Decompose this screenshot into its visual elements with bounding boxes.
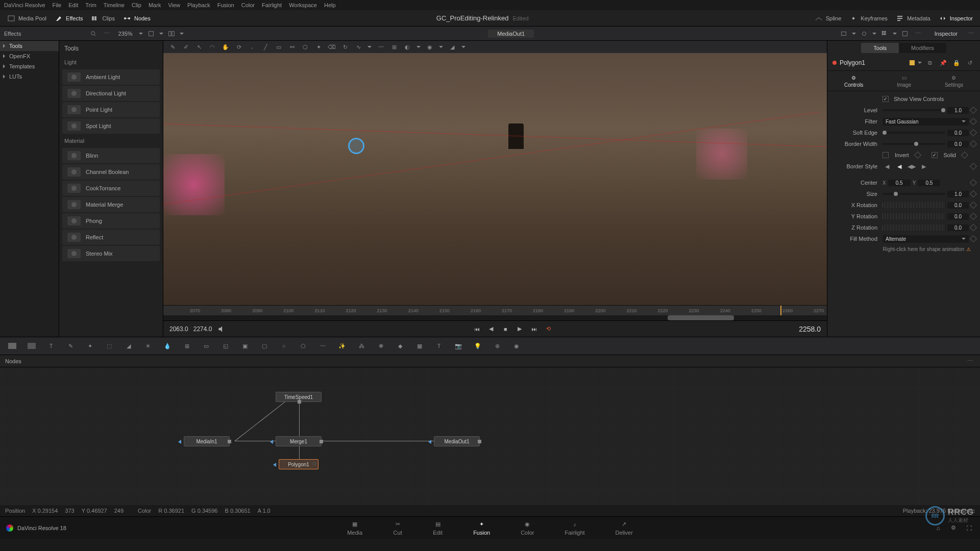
size-slider[interactable] xyxy=(883,193,945,195)
yrot-value[interactable]: 0.0 xyxy=(947,213,969,220)
mask-ellipse-icon[interactable]: ○ xyxy=(279,341,289,351)
fit-caret-icon[interactable] xyxy=(159,33,163,35)
page-cut[interactable]: ✂Cut xyxy=(393,520,402,536)
snap-icon[interactable]: ⊞ xyxy=(390,43,398,51)
tracker-icon[interactable]: ✦ xyxy=(85,341,95,351)
resize-icon[interactable]: ◱ xyxy=(220,341,231,351)
tool-item[interactable]: Ambient Light xyxy=(62,69,160,85)
menu-item[interactable]: Help xyxy=(324,2,336,8)
brush-icon[interactable]: ✎ xyxy=(168,43,177,51)
arrow-icon[interactable]: ↖ xyxy=(195,43,203,51)
blur-icon[interactable]: 💧 xyxy=(162,341,173,351)
subtab-image[interactable]: ▭Image xyxy=(897,74,911,88)
stop-icon[interactable]: ■ xyxy=(501,324,510,334)
menu-item[interactable]: Clip xyxy=(132,2,141,8)
out-port-icon[interactable] xyxy=(478,440,481,443)
tree-luts[interactable]: LUTs xyxy=(0,71,59,82)
shape-anim-hint[interactable]: Right-click here for shape animation⚠ xyxy=(831,244,976,254)
tree-openfx[interactable]: OpenFX xyxy=(0,51,59,61)
filter-select[interactable]: Fast Gaussian xyxy=(883,118,969,126)
spline-toggle[interactable]: Spline xyxy=(812,12,845,24)
prender-icon[interactable]: ❋ xyxy=(376,341,386,351)
layout-caret-icon[interactable] xyxy=(180,33,184,35)
keyframes-toggle[interactable]: Keyframes xyxy=(846,12,891,24)
node-polygon[interactable]: Polygon1 xyxy=(279,459,318,469)
metadata-toggle[interactable]: Metadata xyxy=(893,12,934,24)
shape3d-icon[interactable]: ◆ xyxy=(395,341,405,351)
tool-item[interactable]: Point Light xyxy=(62,102,160,117)
solid-checkbox[interactable] xyxy=(932,152,938,158)
in-port-icon[interactable] xyxy=(270,440,273,444)
borderstyle-3-icon[interactable]: ◀▶ xyxy=(907,162,916,170)
borderstyle-4-icon[interactable]: ▶ xyxy=(919,162,928,170)
chain-icon[interactable]: ⚯ xyxy=(288,43,296,51)
tool-item[interactable]: Phong xyxy=(62,213,160,229)
page-fusion[interactable]: ✦Fusion xyxy=(473,520,490,536)
menu-item[interactable]: View xyxy=(168,2,180,8)
keyframe-icon[interactable] xyxy=(970,224,977,231)
out-port-icon[interactable] xyxy=(228,440,231,443)
scroll-thumb[interactable] xyxy=(668,315,734,320)
tab-tools[interactable]: Tools xyxy=(861,43,899,53)
size-value[interactable]: 1.0 xyxy=(947,191,969,197)
layout-icon[interactable] xyxy=(166,29,177,38)
keyframe-icon[interactable] xyxy=(970,235,977,242)
timeline-scrollbar[interactable] xyxy=(163,315,827,320)
media-pool-toggle[interactable]: Media Pool xyxy=(4,12,50,24)
view-caret-icon[interactable] xyxy=(852,33,856,35)
background-icon[interactable] xyxy=(7,341,17,351)
menu-item[interactable]: DaVinci Resolve xyxy=(4,2,45,8)
first-frame-icon[interactable]: ⏮ xyxy=(472,324,481,334)
last-frame-icon[interactable]: ⏭ xyxy=(529,324,538,334)
rect-icon[interactable]: ▭ xyxy=(275,43,283,51)
out-port-icon[interactable] xyxy=(320,440,323,443)
keyframe-icon[interactable] xyxy=(970,202,977,209)
inspector-toggle[interactable]: Inspector xyxy=(936,12,976,24)
subtab-controls[interactable]: ⚙Controls xyxy=(844,74,863,88)
node-caret-icon[interactable] xyxy=(918,62,922,64)
curve-icon[interactable]: ⦧ xyxy=(248,43,256,51)
light3d-icon[interactable]: 💡 xyxy=(473,341,483,351)
refresh-icon[interactable]: ⟳ xyxy=(235,43,243,51)
tree-tools[interactable]: Tools xyxy=(0,41,59,51)
nodes-options-icon[interactable]: ⋯ xyxy=(965,357,975,366)
merge-icon[interactable]: ⊞ xyxy=(182,341,192,351)
center-y-value[interactable]: 0.5 xyxy=(918,180,940,186)
mask-rect-icon[interactable]: ▢ xyxy=(259,341,270,351)
menu-item[interactable]: Playback xyxy=(187,2,210,8)
node-timespeed[interactable]: TimeSpeed1 xyxy=(276,392,322,402)
brightness-icon[interactable]: ☀ xyxy=(143,341,153,351)
tool-item[interactable]: Reflect xyxy=(62,230,160,245)
tool-item[interactable]: CookTorrance xyxy=(62,181,160,196)
bezier-icon[interactable]: ∿ xyxy=(354,43,362,51)
page-media[interactable]: ▦Media xyxy=(347,520,362,536)
viewer-canvas[interactable] xyxy=(163,53,827,305)
delete-icon[interactable]: ⌫ xyxy=(328,43,336,51)
softedge-value[interactable]: 0.0 xyxy=(947,130,969,136)
level-value[interactable]: 1.0 xyxy=(947,107,969,114)
hand-icon[interactable]: ✋ xyxy=(222,43,230,51)
image3d-icon[interactable]: ▦ xyxy=(414,341,425,351)
keyframe-icon[interactable] xyxy=(970,179,977,186)
tool-item[interactable]: Material Merge xyxy=(62,197,160,212)
borderstyle-2-icon[interactable]: ◀ xyxy=(895,162,904,170)
in-timecode[interactable]: 2063.0 xyxy=(169,325,188,333)
gamut-icon[interactable] xyxy=(859,29,869,38)
tool-item[interactable]: Spot Light xyxy=(62,118,160,134)
page-color[interactable]: ◉Color xyxy=(521,520,534,536)
planar-icon[interactable]: ⬚ xyxy=(104,341,114,351)
zrot-dial[interactable] xyxy=(883,224,945,231)
out-port-icon[interactable] xyxy=(298,400,301,404)
more-icon[interactable]: ⋯ xyxy=(913,29,923,38)
lasso-icon[interactable]: ◠ xyxy=(208,43,216,51)
in-port-icon[interactable] xyxy=(273,463,276,467)
fillmethod-select[interactable]: Alternate xyxy=(883,235,969,243)
xrot-value[interactable]: 0.0 xyxy=(947,202,969,209)
audio-icon[interactable] xyxy=(217,324,226,334)
play-icon[interactable]: ▶ xyxy=(515,324,524,334)
playhead[interactable] xyxy=(780,306,781,315)
menu-item[interactable]: Mark xyxy=(149,2,161,8)
timeline-ruler[interactable]: 2070 2080 2090 2100 2110 2120 2130 2140 … xyxy=(163,305,827,315)
keyframe-icon[interactable] xyxy=(961,152,968,159)
keyframe-icon[interactable] xyxy=(970,118,977,125)
